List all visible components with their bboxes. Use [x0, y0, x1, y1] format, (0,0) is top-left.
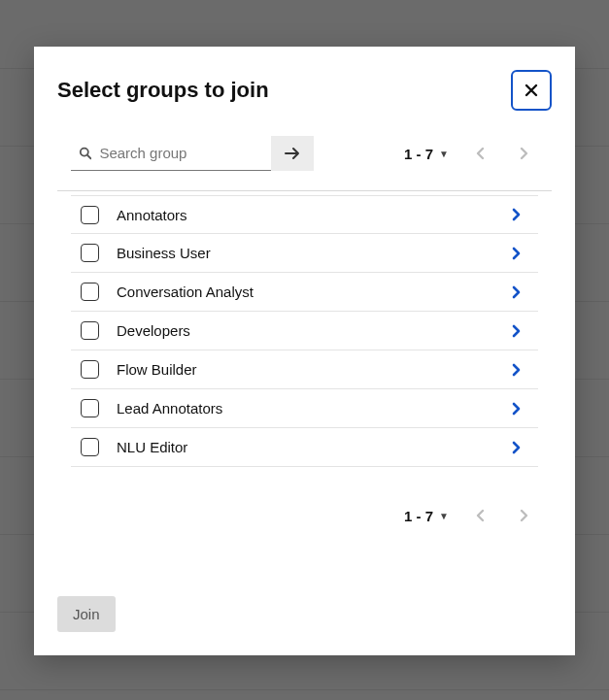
page-prev-button-bottom[interactable] [466, 502, 493, 529]
chevron-right-icon [512, 324, 522, 338]
group-checkbox[interactable] [81, 244, 99, 262]
chevron-right-icon [512, 441, 522, 454]
chevron-right-icon [512, 363, 522, 377]
group-name: Conversation Analyst [117, 283, 488, 300]
chevron-right-icon [512, 285, 522, 299]
pagination-top: 1 - 7 ▼ [404, 140, 538, 167]
caret-down-icon: ▼ [439, 511, 449, 521]
group-expand-button[interactable] [505, 436, 528, 459]
search-wrap [71, 136, 314, 171]
dialog-header: Select groups to join [57, 70, 552, 111]
chevron-right-icon [520, 147, 529, 160]
group-checkbox[interactable] [81, 321, 99, 340]
chevron-right-icon [512, 208, 522, 221]
caret-down-icon: ▼ [439, 149, 449, 159]
group-checkbox[interactable] [81, 360, 99, 379]
group-row: Business User [71, 234, 538, 273]
group-row: Lead Annotators [71, 389, 538, 428]
close-button[interactable] [511, 70, 552, 111]
group-name: Lead Annotators [117, 400, 488, 417]
chevron-right-icon [520, 509, 529, 522]
group-checkbox[interactable] [81, 438, 99, 456]
search-field[interactable] [71, 136, 271, 171]
join-groups-dialog: Select groups to join 1 - 7 ▼ [34, 47, 575, 655]
divider [57, 190, 552, 191]
group-list: AnnotatorsBusiness UserConversation Anal… [57, 195, 552, 467]
group-expand-button[interactable] [505, 358, 528, 382]
group-name: NLU Editor [117, 439, 488, 455]
close-icon [524, 83, 538, 97]
arrow-right-icon [285, 147, 300, 160]
chevron-right-icon [512, 247, 522, 260]
chevron-left-icon [475, 147, 485, 160]
group-checkbox[interactable] [81, 206, 99, 224]
pagination-bottom: 1 - 7 ▼ [404, 502, 538, 529]
group-row: Developers [71, 312, 538, 350]
group-expand-button[interactable] [505, 319, 528, 343]
group-row: Conversation Analyst [71, 273, 538, 312]
group-row: NLU Editor [71, 428, 538, 467]
toolbar: 1 - 7 ▼ [57, 136, 552, 171]
group-name: Flow Builder [117, 361, 488, 378]
search-submit-button[interactable] [271, 136, 314, 171]
page-next-button[interactable] [511, 140, 538, 167]
group-name: Business User [117, 245, 488, 261]
group-expand-button[interactable] [505, 397, 528, 420]
page-range-selector-bottom[interactable]: 1 - 7 ▼ [404, 508, 449, 524]
page-range-text-bottom: 1 - 7 [404, 508, 433, 524]
page-range-selector[interactable]: 1 - 7 ▼ [404, 146, 449, 162]
search-input[interactable] [99, 145, 271, 161]
page-range-text: 1 - 7 [404, 146, 433, 162]
dialog-footer: Join [57, 596, 552, 632]
pagination-bottom-wrap: 1 - 7 ▼ [57, 502, 552, 529]
dialog-title: Select groups to join [57, 78, 269, 103]
join-button[interactable]: Join [57, 596, 116, 632]
group-name: Developers [117, 322, 488, 339]
search-icon [79, 146, 91, 160]
group-row: Annotators [71, 195, 538, 234]
page-prev-button[interactable] [466, 140, 493, 167]
chevron-left-icon [475, 509, 485, 522]
chevron-right-icon [512, 402, 522, 416]
group-expand-button[interactable] [505, 281, 528, 304]
group-expand-button[interactable] [505, 203, 528, 226]
group-name: Annotators [117, 207, 488, 223]
group-expand-button[interactable] [505, 242, 528, 265]
page-next-button-bottom[interactable] [511, 502, 538, 529]
group-checkbox[interactable] [81, 283, 99, 301]
group-row: Flow Builder [71, 350, 538, 389]
group-checkbox[interactable] [81, 399, 99, 417]
